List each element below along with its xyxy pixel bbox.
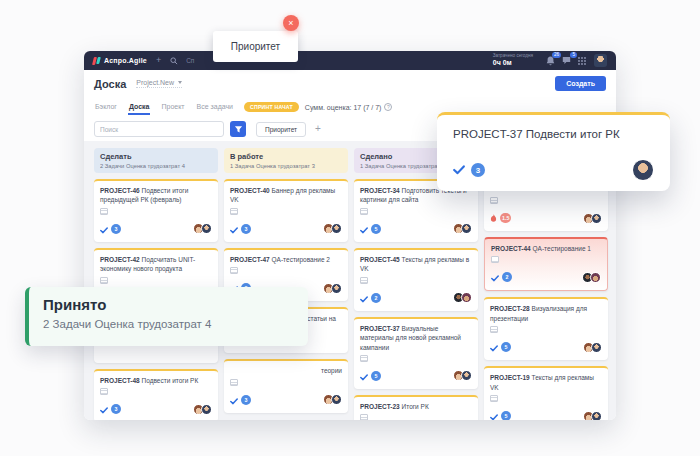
card-footer: 5 bbox=[360, 215, 472, 238]
task-title: PROJECT-42 Подсчитать UNIT-экономику нов… bbox=[100, 255, 212, 274]
apps-grid-icon[interactable] bbox=[578, 57, 586, 65]
info-icon[interactable]: ? bbox=[384, 103, 392, 111]
time-tracker: Затрачено сегодня 0ч 0м bbox=[493, 53, 533, 67]
user-avatar[interactable] bbox=[594, 54, 607, 67]
avatar bbox=[331, 223, 342, 234]
project-select-value: Project.New bbox=[136, 79, 174, 86]
add-icon[interactable]: + bbox=[156, 56, 161, 65]
card-footer: 5 bbox=[360, 362, 472, 385]
avatar bbox=[331, 283, 342, 294]
card-footer: 3 bbox=[230, 215, 342, 238]
nav-item-fragment[interactable]: Сп bbox=[186, 57, 194, 64]
task-card[interactable]: PROJECT-19 Тексты для рекламы VK5 bbox=[484, 366, 608, 420]
close-icon[interactable]: × bbox=[283, 15, 299, 31]
notifications-bell-icon[interactable]: 26 bbox=[546, 56, 555, 66]
accepted-meta: 2 Задачи Оценка трудозатрат 4 bbox=[43, 318, 294, 330]
task-title: теории bbox=[230, 366, 342, 375]
avatar bbox=[591, 411, 602, 420]
fire-icon bbox=[490, 209, 497, 227]
task-title: PROJECT-37 Визуальные материалы для ново… bbox=[360, 324, 472, 352]
messages-badge: 5 bbox=[570, 52, 577, 58]
task-title: PROJECT-23 Итоги РК bbox=[360, 402, 472, 411]
estimate-badge: 5 bbox=[371, 371, 381, 381]
card-footer: 1.5 bbox=[490, 204, 602, 227]
task-card[interactable]: PROJECT-46 Подвести итоги предыдущей РК … bbox=[94, 179, 218, 242]
column-title: В работе bbox=[230, 152, 342, 161]
search-icon[interactable] bbox=[170, 57, 178, 65]
estimate-badge: 1.5 bbox=[500, 213, 511, 223]
tab-Доска[interactable]: Доска bbox=[128, 99, 151, 115]
check-icon bbox=[230, 220, 238, 238]
card-footer: 5 bbox=[490, 402, 602, 420]
filter-button[interactable] bbox=[230, 121, 246, 137]
card-footer: 3 bbox=[100, 215, 212, 238]
description-icon bbox=[490, 395, 498, 402]
description-icon bbox=[100, 277, 108, 284]
task-card[interactable]: PROJECT-37 Визуальные материалы для ново… bbox=[354, 317, 478, 389]
app-window: Аспро.Agile + Сп Затрачено сегодня 0ч 0м… bbox=[84, 51, 616, 420]
messages-icon[interactable]: 5 bbox=[562, 56, 571, 65]
task-card[interactable]: PROJECT-23 Итоги РК5 bbox=[354, 395, 478, 420]
card-footer: 3 bbox=[230, 386, 342, 409]
task-title: PROJECT-44 QA-тестирование 1 bbox=[491, 244, 601, 253]
check-icon bbox=[230, 391, 238, 409]
task-preview-footer: 3 bbox=[453, 159, 654, 181]
task-card[interactable]: PROJECT-28 Визуализация для презентации5 bbox=[484, 297, 608, 360]
tab-Все задачи[interactable]: Все задачи bbox=[196, 99, 235, 115]
task-card[interactable]: PROJECT-45 Тексты для рекламы в VK2 bbox=[354, 248, 478, 311]
chevron-down-icon bbox=[178, 81, 182, 84]
task-title: PROJECT-45 Тексты для рекламы в VK bbox=[360, 255, 472, 274]
check-icon bbox=[490, 338, 498, 356]
description-icon bbox=[230, 208, 238, 215]
accepted-column-overlay: Принято 2 Задачи Оценка трудозатрат 4 bbox=[25, 287, 308, 346]
add-filter-button[interactable]: + bbox=[315, 124, 321, 134]
task-card[interactable]: PROJECT-48 Подвести итоги РК3 bbox=[94, 369, 218, 420]
task-preview-card[interactable]: PROJECT-37 Подвести итог РК 3 bbox=[437, 112, 670, 191]
avatar bbox=[461, 292, 472, 303]
priority-filter-chip[interactable]: Приоритет bbox=[256, 122, 306, 137]
time-tracker-value: 0ч 0м bbox=[493, 59, 533, 67]
tab-Проект[interactable]: Проект bbox=[160, 99, 185, 115]
estimate-badge: 3 bbox=[241, 224, 251, 234]
app-name: Аспро.Agile bbox=[104, 57, 147, 64]
estimate-badge: 3 bbox=[111, 224, 121, 234]
card-footer: 3 bbox=[100, 395, 212, 418]
avatar bbox=[591, 342, 602, 353]
sprint-summary: Сумм. оценка: 17 (7 / 7) bbox=[305, 104, 382, 111]
tabs: БэклогДоскаПроектВсе задачи bbox=[94, 99, 234, 115]
task-card[interactable]: PROJECT-40 Баннер для рекламы VK3 bbox=[224, 179, 348, 242]
description-icon bbox=[100, 388, 108, 395]
accepted-title: Принято bbox=[43, 296, 294, 313]
column-header[interactable]: В работе1 Задача Оценка трудозатрат 3 bbox=[224, 148, 348, 173]
task-card[interactable]: теории3 bbox=[224, 359, 348, 412]
app-header: Аспро.Agile + Сп Затрачено сегодня 0ч 0м… bbox=[84, 51, 616, 70]
avatar bbox=[591, 213, 602, 224]
create-button[interactable]: Создать bbox=[555, 76, 606, 91]
card-footer: 5 bbox=[490, 333, 602, 356]
column-meta: 1 Задача Оценка трудозатрат 3 bbox=[230, 163, 342, 169]
priority-tooltip: Приоритет bbox=[213, 31, 298, 62]
task-title: PROJECT-40 Баннер для рекламы VK bbox=[230, 186, 342, 205]
column-header[interactable]: Сделать2 Задачи Оценка трудозатрат 4 bbox=[94, 148, 218, 173]
column-title: Сделать bbox=[100, 152, 212, 161]
estimate-badge: 3 bbox=[111, 404, 121, 414]
project-select[interactable]: Project.New bbox=[136, 79, 182, 88]
task-card[interactable]: PROJECT-44 QA-тестирование 12 bbox=[484, 237, 608, 291]
sprint-status-badge: СПРИНТ НАЧАТ bbox=[244, 102, 299, 112]
page-title: Доска bbox=[94, 78, 126, 90]
avatar bbox=[331, 394, 342, 405]
task-title: PROJECT-19 Тексты для рекламы VK bbox=[490, 373, 602, 392]
toolbar: Доска Project.New Создать bbox=[84, 70, 616, 97]
check-icon bbox=[453, 161, 465, 179]
estimate-badge: 2 bbox=[371, 293, 381, 303]
estimate-badge: 5 bbox=[501, 342, 511, 352]
estimate-badge: 5 bbox=[501, 411, 511, 420]
tab-Бэклог[interactable]: Бэклог bbox=[94, 99, 118, 115]
description-icon bbox=[360, 355, 368, 362]
notifications-badge: 26 bbox=[552, 52, 561, 58]
search-input[interactable] bbox=[94, 121, 224, 137]
description-icon bbox=[490, 197, 498, 204]
check-icon bbox=[491, 268, 499, 286]
avatar bbox=[590, 272, 601, 283]
estimate-badge: 2 bbox=[502, 272, 512, 282]
